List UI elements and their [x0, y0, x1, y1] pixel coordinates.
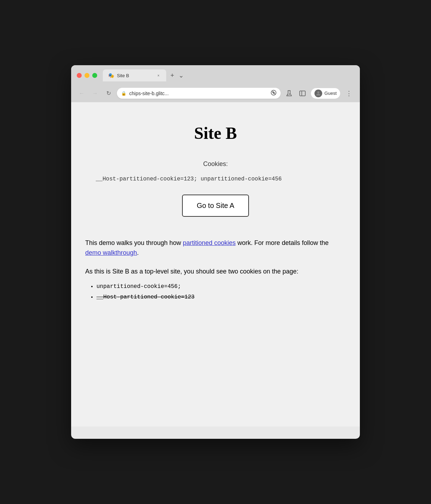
go-to-site-a-button[interactable]: Go to Site A	[182, 195, 249, 217]
tab-menu-chevron[interactable]: ⌄	[179, 72, 184, 79]
page-content: Site B Cookies: __Host-partitioned-cooki…	[71, 102, 360, 426]
svg-point-9	[317, 91, 319, 93]
description-text-2: work. For more details follow the	[236, 239, 329, 246]
tracking-protection-icon	[271, 90, 276, 97]
bullet-item-2: __Host-partitioned-cookie=123	[96, 293, 346, 302]
svg-rect-7	[300, 91, 305, 96]
address-bar[interactable]: 🔒 chips-site-b.glitc...	[117, 88, 281, 99]
reload-button[interactable]: ↻	[104, 88, 113, 98]
forward-button[interactable]: →	[90, 88, 100, 98]
new-tab-button[interactable]: +	[170, 72, 174, 79]
address-text: chips-site-b.glitc...	[129, 91, 268, 96]
site-b-description: As this is Site B as a top-level site, y…	[85, 266, 346, 277]
bullets-section: As this is Site B as a top-level site, y…	[85, 266, 346, 302]
more-options-button[interactable]: ⋮	[344, 88, 354, 99]
cookies-label: Cookies:	[85, 160, 346, 168]
back-button[interactable]: ←	[77, 88, 87, 98]
user-profile-button[interactable]: Guest	[311, 88, 340, 99]
bullet-item-1: unpartitioned-cookie=456;	[96, 282, 346, 291]
svg-point-6	[289, 93, 290, 94]
svg-point-5	[288, 94, 288, 95]
close-window-button[interactable]	[77, 73, 82, 78]
lock-icon: 🔒	[121, 91, 126, 96]
browser-window: 🎭 Site B × + ⌄ ← → ↻ 🔒 chips-site	[71, 65, 360, 439]
tab-close-button[interactable]: ×	[156, 73, 161, 78]
user-avatar	[314, 90, 322, 97]
sidebar-toggle-button[interactable]	[298, 88, 307, 98]
title-bar: 🎭 Site B × + ⌄	[71, 65, 360, 85]
minimize-window-button[interactable]	[85, 73, 89, 78]
partitioned-cookies-link[interactable]: partitioned cookies	[183, 239, 236, 246]
description-section: This demo walks you through how partitio…	[85, 238, 346, 258]
toolbar-icons: Guest ⋮	[284, 88, 354, 99]
traffic-lights	[77, 73, 97, 78]
address-bar-row: ← → ↻ 🔒 chips-site-b.glitc...	[71, 85, 360, 102]
cookie-value: __Host-partitioned-cookie=123; unpartiti…	[96, 175, 335, 184]
active-tab[interactable]: 🎭 Site B ×	[103, 69, 166, 81]
tabs-row: 🎭 Site B × + ⌄	[103, 69, 354, 81]
lab-icon[interactable]	[284, 88, 294, 98]
demo-walkthrough-link[interactable]: demo walkthrough	[85, 249, 137, 256]
page-title: Site B	[85, 123, 346, 143]
cookie-list: unpartitioned-cookie=456; __Host-partiti…	[85, 282, 346, 302]
user-name: Guest	[324, 91, 337, 96]
tab-title: Site B	[117, 73, 153, 78]
tab-actions: + ⌄	[170, 72, 184, 81]
description-text-3: .	[137, 249, 139, 256]
tab-favicon-icon: 🎭	[108, 72, 114, 79]
maximize-window-button[interactable]	[92, 73, 97, 78]
description-text-1: This demo walks you through how	[85, 239, 183, 246]
